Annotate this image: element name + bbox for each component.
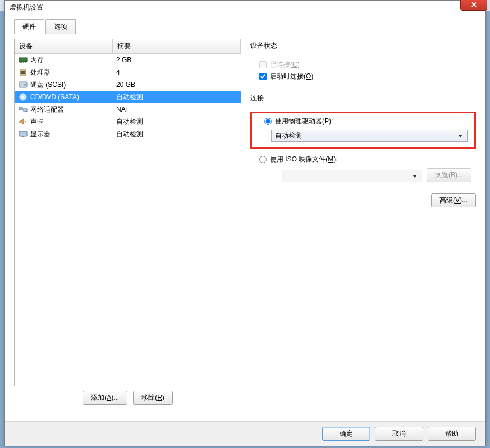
dialog-title: 虚拟机设置 bbox=[10, 3, 43, 12]
device-table: 设备 摘要 内存 2 GB 处理器 4 硬盘 (SCSI) 20 GB CD/D… bbox=[14, 39, 241, 386]
use-physical-radio-row[interactable]: 使用物理驱动器(P): bbox=[255, 116, 471, 127]
device-row[interactable]: 内存 2 GB bbox=[15, 54, 241, 66]
device-name: 处理器 bbox=[30, 68, 51, 77]
use-iso-radio-row[interactable]: 使用 ISO 映像文件(M): bbox=[250, 154, 476, 165]
device-row[interactable]: 硬盘 (SCSI) 20 GB bbox=[15, 78, 241, 91]
physical-drive-highlight: 使用物理驱动器(P): 自动检测 bbox=[250, 112, 476, 149]
device-status-group: 设备状态 已连接(C) 启动时连接(O) bbox=[250, 39, 476, 82]
device-name: 声卡 bbox=[30, 117, 44, 127]
cancel-button[interactable]: 取消 bbox=[375, 427, 423, 441]
vm-settings-dialog: ✕ 虚拟机设置 硬件 选项 设备 摘要 内存 2 GB 处理器 bbox=[4, 0, 486, 446]
tab-bar: 硬件 选项 bbox=[14, 19, 476, 34]
tab-hardware[interactable]: 硬件 bbox=[14, 19, 44, 34]
device-summary: 自动检测 bbox=[116, 117, 241, 127]
connection-group: 连接 使用物理驱动器(P): 自动检测 使用 ISO 映像文件(M) bbox=[250, 91, 476, 207]
col-header-device[interactable]: 设备 bbox=[15, 39, 113, 53]
svg-point-10 bbox=[22, 96, 24, 98]
ok-button[interactable]: 确定 bbox=[322, 427, 370, 441]
device-name: CD/DVD (SATA) bbox=[30, 93, 79, 101]
tab-options[interactable]: 选项 bbox=[45, 19, 76, 34]
advanced-button[interactable]: 高级(V)... bbox=[431, 193, 476, 207]
device-name: 硬盘 (SCSI) bbox=[30, 80, 66, 90]
memory-icon bbox=[18, 56, 28, 64]
device-table-header: 设备 摘要 bbox=[15, 39, 241, 54]
iso-file-combo bbox=[282, 170, 422, 182]
connection-title: 连接 bbox=[250, 91, 476, 103]
help-button[interactable]: 帮助 bbox=[428, 427, 476, 441]
browse-button: 浏览(B)... bbox=[427, 168, 471, 182]
device-row[interactable]: CD/DVD (SATA) 自动检测 bbox=[15, 91, 241, 103]
svg-rect-3 bbox=[23, 62, 24, 63]
device-name: 显示器 bbox=[30, 130, 51, 139]
device-row[interactable]: 声卡 自动检测 bbox=[15, 116, 241, 128]
sound-icon bbox=[18, 117, 28, 126]
connect-at-power-checkbox[interactable] bbox=[259, 73, 267, 80]
svg-rect-6 bbox=[21, 71, 25, 74]
svg-rect-11 bbox=[19, 107, 22, 110]
disk-icon bbox=[18, 80, 28, 89]
device-summary: 20 GB bbox=[116, 81, 241, 89]
svg-rect-0 bbox=[19, 58, 27, 62]
device-summary: 4 bbox=[116, 68, 241, 76]
connect-at-power-checkbox-row[interactable]: 启动时连接(O) bbox=[250, 71, 476, 82]
cpu-icon bbox=[18, 68, 28, 77]
device-summary: 自动检测 bbox=[116, 93, 241, 102]
physical-drive-combo[interactable]: 自动检测 bbox=[271, 130, 468, 142]
add-button[interactable]: 添加(A)... bbox=[83, 391, 127, 405]
svg-rect-12 bbox=[24, 109, 27, 112]
use-iso-radio[interactable] bbox=[259, 156, 267, 163]
svg-rect-1 bbox=[20, 62, 21, 63]
svg-point-8 bbox=[24, 84, 26, 86]
device-summary: 2 GB bbox=[116, 56, 241, 64]
device-row[interactable]: 网络适配器 NAT bbox=[15, 103, 241, 116]
use-physical-radio[interactable] bbox=[264, 118, 272, 125]
physical-drive-value: 自动检测 bbox=[275, 131, 302, 141]
close-icon: ✕ bbox=[471, 1, 477, 9]
device-name: 内存 bbox=[30, 56, 44, 65]
device-row[interactable]: 显示器 自动检测 bbox=[15, 128, 241, 140]
device-name: 网络适配器 bbox=[30, 105, 64, 114]
remove-button[interactable]: 移除(R) bbox=[133, 391, 173, 405]
dialog-footer: 确定 取消 帮助 bbox=[5, 421, 485, 446]
svg-rect-14 bbox=[22, 136, 24, 137]
device-status-title: 设备状态 bbox=[250, 39, 476, 50]
cd-icon bbox=[18, 93, 28, 101]
svg-rect-4 bbox=[25, 62, 26, 63]
close-button[interactable]: ✕ bbox=[460, 0, 487, 11]
net-icon bbox=[18, 105, 28, 114]
device-summary: 自动检测 bbox=[116, 130, 241, 139]
dialog-titlebar: 虚拟机设置 bbox=[5, 1, 485, 14]
svg-rect-2 bbox=[21, 62, 22, 63]
device-row[interactable]: 处理器 4 bbox=[15, 66, 241, 78]
connected-checkbox bbox=[259, 61, 267, 68]
svg-rect-13 bbox=[19, 131, 27, 136]
device-summary: NAT bbox=[116, 105, 241, 113]
col-header-summary[interactable]: 摘要 bbox=[113, 39, 241, 53]
display-icon bbox=[18, 130, 28, 138]
connected-checkbox-row: 已连接(C) bbox=[250, 59, 476, 71]
